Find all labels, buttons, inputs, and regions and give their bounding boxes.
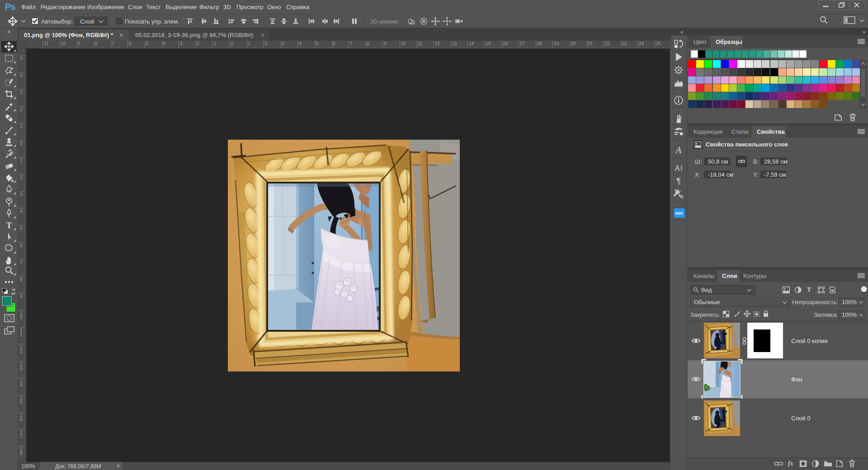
svg-text:A: A [675, 164, 680, 172]
svg-text:T: T [6, 221, 12, 230]
svg-text:A: A [675, 145, 682, 155]
svg-text:¶: ¶ [676, 177, 681, 186]
